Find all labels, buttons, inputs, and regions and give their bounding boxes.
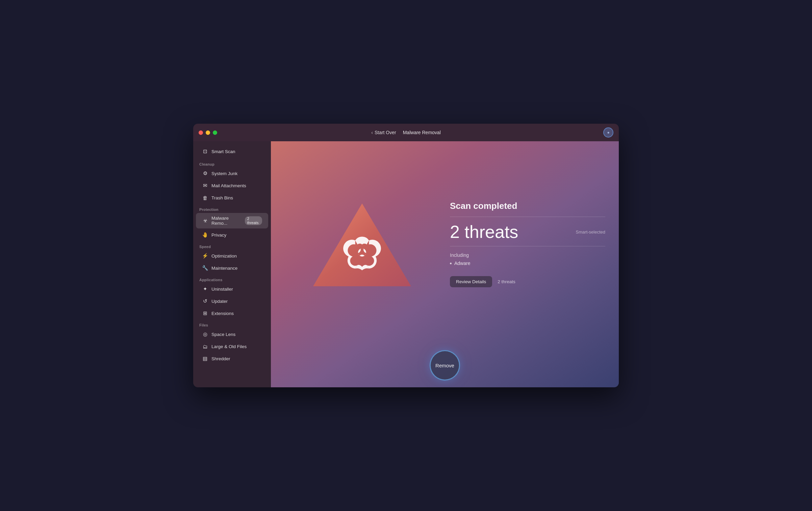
space-lens-label: Space Lens bbox=[211, 332, 235, 337]
main-layout: ⊡ Smart Scan Cleanup ⚙ System Junk ✉ Mai… bbox=[193, 141, 619, 387]
divider-2 bbox=[450, 246, 605, 246]
smart-scan-icon: ⊡ bbox=[202, 148, 208, 154]
remove-area: Remove bbox=[430, 347, 460, 387]
sidebar-item-privacy[interactable]: 🤚 Privacy bbox=[196, 229, 268, 241]
titlebar: ‹ Start Over Malware Removal ● bbox=[193, 124, 619, 141]
protection-section-label: Protection bbox=[193, 204, 271, 213]
applications-section-label: Applications bbox=[193, 274, 271, 283]
sidebar-item-malware-removal[interactable]: ☣ Malware Remo... 2 threats bbox=[196, 213, 268, 228]
large-files-icon: 🗂 bbox=[202, 343, 208, 349]
start-over-button[interactable]: ‹ Start Over bbox=[371, 130, 396, 135]
malware-removal-label: Malware Remo... bbox=[211, 216, 242, 226]
maintenance-label: Maintenance bbox=[211, 266, 237, 271]
privacy-icon: 🤚 bbox=[202, 232, 208, 238]
including-label: Including bbox=[450, 252, 605, 258]
maximize-button[interactable] bbox=[213, 130, 217, 135]
sidebar-item-extensions[interactable]: ⊞ Extensions bbox=[196, 308, 268, 319]
maintenance-icon: 🔧 bbox=[202, 265, 208, 271]
system-junk-icon: ⚙ bbox=[202, 170, 208, 176]
review-threats-label: 2 threats bbox=[498, 279, 515, 284]
speed-section-label: Speed bbox=[193, 241, 271, 250]
sidebar-item-smart-scan[interactable]: ⊡ Smart Scan bbox=[196, 145, 268, 157]
sidebar-item-optimization[interactable]: ⚡ Optimization bbox=[196, 250, 268, 262]
traffic-lights bbox=[199, 130, 217, 135]
sidebar-item-uninstaller[interactable]: ✦ Uninstaller bbox=[196, 283, 268, 295]
updater-label: Updater bbox=[211, 299, 228, 304]
avatar-button[interactable]: ● bbox=[603, 127, 613, 138]
content-inner: Scan completed 2 threats Smart-selected … bbox=[271, 141, 619, 347]
close-button[interactable] bbox=[199, 130, 203, 135]
sidebar-item-system-junk[interactable]: ⚙ System Junk bbox=[196, 168, 268, 179]
uninstaller-label: Uninstaller bbox=[211, 287, 233, 292]
chevron-left-icon: ‹ bbox=[371, 130, 373, 135]
optimization-icon: ⚡ bbox=[202, 253, 208, 259]
space-lens-icon: ◎ bbox=[202, 331, 208, 337]
threats-row: 2 threats Smart-selected bbox=[450, 223, 605, 241]
content-area: Scan completed 2 threats Smart-selected … bbox=[271, 141, 619, 387]
adware-label: Adware bbox=[454, 261, 470, 266]
info-panel: Scan completed 2 threats Smart-selected … bbox=[450, 197, 605, 291]
titlebar-center: ‹ Start Over Malware Removal bbox=[371, 130, 441, 135]
sidebar-item-large-old-files[interactable]: 🗂 Large & Old Files bbox=[196, 341, 268, 352]
action-row: Review Details 2 threats bbox=[450, 276, 605, 287]
divider-1 bbox=[450, 217, 605, 217]
remove-button[interactable]: Remove bbox=[430, 350, 460, 381]
adware-item: Adware bbox=[450, 261, 605, 266]
trash-bins-label: Trash Bins bbox=[211, 195, 233, 200]
sidebar-item-maintenance[interactable]: 🔧 Maintenance bbox=[196, 262, 268, 274]
uninstaller-icon: ✦ bbox=[202, 286, 208, 292]
avatar-icon: ● bbox=[607, 130, 609, 135]
mail-icon: ✉ bbox=[202, 182, 208, 189]
start-over-label: Start Over bbox=[375, 130, 396, 135]
privacy-label: Privacy bbox=[211, 233, 226, 238]
files-section-label: Files bbox=[193, 320, 271, 328]
sidebar-item-updater[interactable]: ↺ Updater bbox=[196, 295, 268, 307]
shredder-label: Shredder bbox=[211, 356, 230, 361]
sidebar-item-shredder[interactable]: ▤ Shredder bbox=[196, 353, 268, 364]
smart-selected-label: Smart-selected bbox=[576, 229, 605, 235]
shredder-icon: ▤ bbox=[202, 356, 208, 362]
trash-icon: 🗑 bbox=[202, 195, 208, 201]
sidebar-item-mail-attachments[interactable]: ✉ Mail Attachments bbox=[196, 180, 268, 191]
review-details-button[interactable]: Review Details bbox=[450, 276, 492, 287]
bullet-icon bbox=[450, 263, 452, 264]
biohazard-icon-area bbox=[284, 197, 440, 291]
malware-icon: ☣ bbox=[202, 218, 208, 224]
mail-attachments-label: Mail Attachments bbox=[211, 183, 246, 188]
updater-icon: ↺ bbox=[202, 298, 208, 304]
malware-badge: 2 threats bbox=[245, 216, 262, 225]
scan-completed-title: Scan completed bbox=[450, 201, 605, 211]
biohazard-icon bbox=[310, 197, 414, 291]
extensions-icon: ⊞ bbox=[202, 310, 208, 316]
smart-scan-label: Smart Scan bbox=[211, 149, 235, 154]
optimization-label: Optimization bbox=[211, 253, 237, 259]
threats-count: 2 threats bbox=[450, 223, 518, 241]
large-old-files-label: Large & Old Files bbox=[211, 344, 247, 349]
sidebar: ⊡ Smart Scan Cleanup ⚙ System Junk ✉ Mai… bbox=[193, 141, 271, 387]
system-junk-label: System Junk bbox=[211, 171, 237, 176]
window-title: Malware Removal bbox=[403, 130, 441, 135]
app-window: ‹ Start Over Malware Removal ● ⊡ Smart S… bbox=[193, 124, 619, 387]
extensions-label: Extensions bbox=[211, 311, 234, 316]
minimize-button[interactable] bbox=[206, 130, 210, 135]
cleanup-section-label: Cleanup bbox=[193, 159, 271, 168]
sidebar-item-space-lens[interactable]: ◎ Space Lens bbox=[196, 328, 268, 340]
sidebar-item-trash-bins[interactable]: 🗑 Trash Bins bbox=[196, 192, 268, 203]
